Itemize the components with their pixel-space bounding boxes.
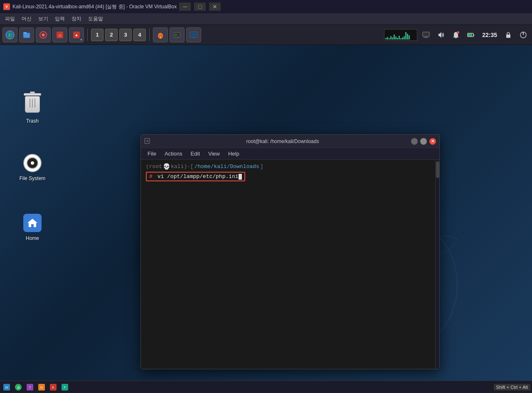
- red-tool-btn[interactable]: ◇: [52, 27, 67, 42]
- terminal-menu-edit[interactable]: Edit: [187, 149, 203, 158]
- network-graph: [384, 29, 417, 41]
- terminal-titlebar: root@kali: /home/kali/Downloads ✕: [141, 135, 439, 148]
- volume-btn[interactable]: [435, 29, 447, 41]
- svg-text:T: T: [29, 386, 31, 389]
- previous-line-text: (root: [146, 163, 162, 170]
- svg-text:V: V: [5, 5, 8, 9]
- svg-rect-21: [423, 32, 429, 37]
- virtualbox-window: V Kali-Linux-2021.4a-virtualbox-amd64 (#…: [0, 0, 532, 393]
- minimize-button[interactable]: ─: [179, 2, 191, 11]
- menu-help[interactable]: 도움말: [85, 14, 106, 24]
- svg-text:◇: ◇: [59, 33, 62, 37]
- titlebar: V Kali-Linux-2021.4a-virtualbox-amd64 (#…: [0, 0, 532, 13]
- taskbar-icon-1[interactable]: W: [2, 382, 12, 392]
- virtualbox-icon: V: [3, 3, 10, 10]
- menu-view[interactable]: 보기: [35, 14, 52, 24]
- command-highlight-box: # vi /opt/lampp/etc/php.ini: [146, 172, 245, 181]
- terminal-scrollbar-thumb[interactable]: [436, 161, 439, 178]
- workspace-1[interactable]: 1: [91, 29, 103, 41]
- svg-text:W: W: [5, 386, 8, 389]
- power-btn[interactable]: [517, 29, 530, 41]
- menu-device[interactable]: 장치: [68, 14, 85, 24]
- svg-text:★: ★: [75, 33, 78, 37]
- workspace-3[interactable]: 3: [119, 29, 132, 41]
- terminal-close-btn[interactable]: ✕: [429, 138, 436, 145]
- trash-icon[interactable]: Trash: [16, 94, 49, 126]
- battery-btn[interactable]: [465, 29, 477, 41]
- filesystem-icon[interactable]: File System: [16, 151, 49, 183]
- taskbar-icon-6[interactable]: F: [60, 382, 70, 392]
- svg-point-26: [457, 31, 459, 34]
- home-icon-img: [22, 213, 42, 233]
- command-text: vi /opt/lampp/etc/php.ini: [158, 173, 239, 180]
- vbox-toolbar: 🐉 ◇ ★ ▼: [0, 25, 532, 45]
- toolbar-right: 22:35: [384, 29, 530, 41]
- taskbar-icon-2[interactable]: ⚙: [13, 382, 23, 392]
- red-icon-btn[interactable]: ★ ▼: [69, 27, 84, 42]
- flame-btn[interactable]: [153, 27, 168, 42]
- terminal-menu-help[interactable]: Help: [225, 149, 243, 158]
- terminal-menu-view[interactable]: View: [205, 149, 223, 158]
- titlebar-text: Kali-Linux-2021.4a-virtualbox-amd64 (#4)…: [12, 3, 177, 10]
- trash-label: Trash: [26, 118, 39, 124]
- workspace-2[interactable]: 2: [105, 29, 118, 41]
- trash-body: [25, 96, 40, 113]
- terminal-maximize-btn[interactable]: [420, 138, 427, 145]
- menu-input[interactable]: 입력: [52, 14, 68, 24]
- filesystem-label: File System: [20, 175, 46, 181]
- terminal-menu-file[interactable]: File: [144, 149, 160, 158]
- filesystem-outer: [23, 154, 42, 172]
- home-label: Home: [26, 235, 39, 241]
- lock-btn[interactable]: [502, 29, 515, 41]
- display-btn[interactable]: [420, 29, 432, 41]
- svg-text:N: N: [40, 386, 43, 389]
- monitor-btn[interactable]: [186, 27, 201, 42]
- taskbar-icon-5[interactable]: K: [48, 382, 58, 392]
- previous-line-close: ]: [260, 163, 264, 170]
- filesystem-center: [31, 161, 34, 165]
- terminal-controls: ✕: [411, 138, 436, 145]
- terminal-window: root@kali: /home/kali/Downloads ✕ File A…: [140, 134, 440, 369]
- svg-text:⚙: ⚙: [17, 386, 20, 390]
- taskbar-icon-4[interactable]: N: [37, 382, 47, 392]
- keyboard-shortcut: Shift + Ctrl + Alt: [494, 384, 530, 391]
- svg-text:F: F: [64, 386, 66, 389]
- menu-machine[interactable]: 머신: [18, 14, 35, 24]
- taskbar-icon-3[interactable]: T: [25, 382, 35, 392]
- command-line: # vi /opt/lampp/etc/php.ini: [146, 172, 434, 181]
- terminal-embed-icon: [144, 138, 151, 145]
- filesystem-icon-img: [22, 153, 42, 173]
- terminal-title: root@kali: /home/kali/Downloads: [154, 138, 411, 144]
- maximize-button[interactable]: □: [194, 2, 206, 11]
- svg-text:K: K: [52, 386, 54, 389]
- files-btn[interactable]: [19, 27, 34, 42]
- skull-icon: 💀: [163, 163, 170, 170]
- svg-rect-20: [193, 37, 195, 38]
- svg-rect-28: [473, 35, 474, 36]
- terminal-content[interactable]: (root💀kali)-[/home/kali/Downloads] # vi …: [141, 160, 439, 369]
- home-icon[interactable]: Home: [16, 211, 49, 243]
- svg-rect-19: [191, 33, 197, 37]
- terminal-menu: File Actions Edit View Help: [141, 148, 439, 160]
- close-button[interactable]: ✕: [209, 2, 221, 11]
- workspace-4[interactable]: 4: [133, 29, 146, 41]
- prompt-hash: #: [149, 173, 153, 180]
- previous-line-host: kali)-[: [171, 163, 194, 170]
- taskbar-right: Shift + Ctrl + Alt: [494, 384, 530, 391]
- terminal-scrollbar[interactable]: [435, 160, 439, 369]
- svg-point-15: [160, 36, 161, 39]
- terminal-menu-actions[interactable]: Actions: [161, 149, 186, 158]
- toolbar-sep-2: [149, 29, 150, 41]
- svg-rect-22: [425, 37, 427, 37]
- terminal-minimize-btn[interactable]: [411, 138, 418, 145]
- terminal-btn[interactable]: >_: [170, 27, 185, 42]
- svg-marker-24: [438, 32, 441, 38]
- browser-btn[interactable]: [36, 27, 51, 42]
- toolbar-sep-1: [87, 29, 88, 41]
- previous-prompt-line: (root💀kali)-[/home/kali/Downloads]: [146, 163, 434, 170]
- kali-launcher-btn[interactable]: 🐉: [2, 27, 17, 42]
- home-icon-container: [23, 214, 42, 232]
- menu-file[interactable]: 파일: [2, 14, 18, 24]
- notification-btn[interactable]: [450, 29, 462, 41]
- svg-point-8: [42, 34, 44, 36]
